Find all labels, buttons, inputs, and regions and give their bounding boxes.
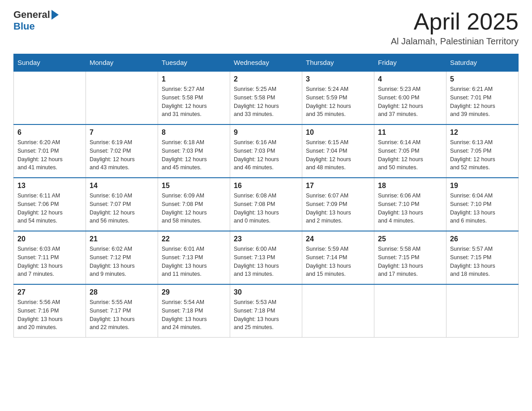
calendar-cell: 12Sunrise: 6:13 AM Sunset: 7:05 PM Dayli… <box>446 124 519 178</box>
day-info: Sunrise: 6:11 AM Sunset: 7:06 PM Dayligh… <box>17 192 82 225</box>
day-number: 7 <box>90 128 154 137</box>
day-info: Sunrise: 6:02 AM Sunset: 7:12 PM Dayligh… <box>90 245 154 278</box>
week-row-3: 13Sunrise: 6:11 AM Sunset: 7:06 PM Dayli… <box>14 178 519 231</box>
week-row-5: 27Sunrise: 5:56 AM Sunset: 7:16 PM Dayli… <box>14 284 519 338</box>
day-number: 6 <box>17 128 82 137</box>
day-number: 27 <box>17 288 82 296</box>
calendar-cell <box>86 71 158 124</box>
logo-arrow-icon <box>51 10 59 20</box>
calendar-cell: 26Sunrise: 5:57 AM Sunset: 7:15 PM Dayli… <box>446 231 519 284</box>
calendar-cell: 8Sunrise: 6:18 AM Sunset: 7:03 PM Daylig… <box>158 124 230 178</box>
day-number: 10 <box>306 128 370 137</box>
day-info: Sunrise: 5:25 AM Sunset: 5:58 PM Dayligh… <box>234 85 298 119</box>
day-number: 11 <box>378 128 442 137</box>
day-info: Sunrise: 6:07 AM Sunset: 7:09 PM Dayligh… <box>306 192 370 225</box>
calendar-cell: 11Sunrise: 6:14 AM Sunset: 7:05 PM Dayli… <box>374 124 446 178</box>
day-number: 24 <box>306 235 370 243</box>
day-number: 22 <box>162 235 226 243</box>
page-header: General Blue April 2025 Al Jalamah, Pale… <box>13 9 519 47</box>
weekday-header-friday: Friday <box>374 54 446 72</box>
day-info: Sunrise: 5:55 AM Sunset: 7:17 PM Dayligh… <box>90 298 154 332</box>
calendar-cell <box>14 71 86 124</box>
day-info: Sunrise: 6:13 AM Sunset: 7:05 PM Dayligh… <box>450 138 515 172</box>
calendar-cell: 23Sunrise: 6:00 AM Sunset: 7:13 PM Dayli… <box>230 231 302 284</box>
calendar-cell: 3Sunrise: 5:24 AM Sunset: 5:59 PM Daylig… <box>302 71 374 124</box>
day-info: Sunrise: 5:58 AM Sunset: 7:15 PM Dayligh… <box>378 245 442 278</box>
day-info: Sunrise: 6:06 AM Sunset: 7:10 PM Dayligh… <box>378 192 442 225</box>
day-info: Sunrise: 6:19 AM Sunset: 7:02 PM Dayligh… <box>90 138 154 172</box>
calendar-cell: 14Sunrise: 6:10 AM Sunset: 7:07 PM Dayli… <box>86 178 158 231</box>
calendar-cell: 24Sunrise: 5:59 AM Sunset: 7:14 PM Dayli… <box>302 231 374 284</box>
day-number: 18 <box>378 182 442 190</box>
day-number: 26 <box>450 235 515 243</box>
day-info: Sunrise: 6:18 AM Sunset: 7:03 PM Dayligh… <box>162 138 226 172</box>
day-info: Sunrise: 6:21 AM Sunset: 7:01 PM Dayligh… <box>450 85 515 119</box>
logo: General Blue <box>13 9 59 32</box>
day-number: 5 <box>450 75 515 83</box>
calendar-cell: 13Sunrise: 6:11 AM Sunset: 7:06 PM Dayli… <box>14 178 86 231</box>
calendar-cell: 4Sunrise: 5:23 AM Sunset: 6:00 PM Daylig… <box>374 71 446 124</box>
day-number: 15 <box>162 182 226 190</box>
day-number: 19 <box>450 182 515 190</box>
day-info: Sunrise: 6:10 AM Sunset: 7:07 PM Dayligh… <box>90 192 154 225</box>
day-number: 2 <box>234 75 298 83</box>
logo-blue: Blue <box>13 21 35 32</box>
day-number: 16 <box>234 182 298 190</box>
day-info: Sunrise: 5:27 AM Sunset: 5:58 PM Dayligh… <box>162 85 226 119</box>
calendar-cell: 2Sunrise: 5:25 AM Sunset: 5:58 PM Daylig… <box>230 71 302 124</box>
day-number: 30 <box>234 288 298 296</box>
day-number: 21 <box>90 235 154 243</box>
calendar-cell: 22Sunrise: 6:01 AM Sunset: 7:13 PM Dayli… <box>158 231 230 284</box>
day-info: Sunrise: 6:20 AM Sunset: 7:01 PM Dayligh… <box>17 138 82 172</box>
calendar-cell: 21Sunrise: 6:02 AM Sunset: 7:12 PM Dayli… <box>86 231 158 284</box>
calendar-cell <box>446 284 519 338</box>
calendar-cell: 1Sunrise: 5:27 AM Sunset: 5:58 PM Daylig… <box>158 71 230 124</box>
day-number: 8 <box>162 128 226 137</box>
calendar-table: SundayMondayTuesdayWednesdayThursdayFrid… <box>13 54 519 338</box>
calendar-cell: 29Sunrise: 5:54 AM Sunset: 7:18 PM Dayli… <box>158 284 230 338</box>
calendar-cell: 17Sunrise: 6:07 AM Sunset: 7:09 PM Dayli… <box>302 178 374 231</box>
day-info: Sunrise: 6:09 AM Sunset: 7:08 PM Dayligh… <box>162 192 226 225</box>
calendar-cell: 6Sunrise: 6:20 AM Sunset: 7:01 PM Daylig… <box>14 124 86 178</box>
weekday-header-sunday: Sunday <box>14 54 86 72</box>
day-info: Sunrise: 6:03 AM Sunset: 7:11 PM Dayligh… <box>17 245 82 278</box>
calendar-cell: 19Sunrise: 6:04 AM Sunset: 7:10 PM Dayli… <box>446 178 519 231</box>
title-area: April 2025 Al Jalamah, Palestinian Terri… <box>391 9 519 47</box>
calendar-cell: 28Sunrise: 5:55 AM Sunset: 7:17 PM Dayli… <box>86 284 158 338</box>
day-number: 13 <box>17 182 82 190</box>
weekday-header-saturday: Saturday <box>446 54 519 72</box>
weekday-header-monday: Monday <box>86 54 158 72</box>
day-number: 28 <box>90 288 154 296</box>
day-info: Sunrise: 6:08 AM Sunset: 7:08 PM Dayligh… <box>234 192 298 225</box>
day-info: Sunrise: 5:59 AM Sunset: 7:14 PM Dayligh… <box>306 245 370 278</box>
day-info: Sunrise: 6:14 AM Sunset: 7:05 PM Dayligh… <box>378 138 442 172</box>
day-info: Sunrise: 6:00 AM Sunset: 7:13 PM Dayligh… <box>234 245 298 278</box>
day-info: Sunrise: 6:16 AM Sunset: 7:03 PM Dayligh… <box>234 138 298 172</box>
week-row-1: 1Sunrise: 5:27 AM Sunset: 5:58 PM Daylig… <box>14 71 519 124</box>
day-number: 4 <box>378 75 442 83</box>
day-number: 25 <box>378 235 442 243</box>
calendar-cell: 30Sunrise: 5:53 AM Sunset: 7:18 PM Dayli… <box>230 284 302 338</box>
day-info: Sunrise: 5:56 AM Sunset: 7:16 PM Dayligh… <box>17 298 82 332</box>
location-title: Al Jalamah, Palestinian Territory <box>391 36 519 47</box>
weekday-header-wednesday: Wednesday <box>230 54 302 72</box>
month-title: April 2025 <box>391 9 519 34</box>
week-row-2: 6Sunrise: 6:20 AM Sunset: 7:01 PM Daylig… <box>14 124 519 178</box>
day-info: Sunrise: 5:53 AM Sunset: 7:18 PM Dayligh… <box>234 298 298 332</box>
day-number: 20 <box>17 235 82 243</box>
day-info: Sunrise: 5:23 AM Sunset: 6:00 PM Dayligh… <box>378 85 442 119</box>
calendar-cell: 20Sunrise: 6:03 AM Sunset: 7:11 PM Dayli… <box>14 231 86 284</box>
weekday-header-row: SundayMondayTuesdayWednesdayThursdayFrid… <box>14 54 519 72</box>
calendar-cell <box>374 284 446 338</box>
day-number: 12 <box>450 128 515 137</box>
calendar-cell: 18Sunrise: 6:06 AM Sunset: 7:10 PM Dayli… <box>374 178 446 231</box>
day-info: Sunrise: 5:57 AM Sunset: 7:15 PM Dayligh… <box>450 245 515 278</box>
calendar-cell: 25Sunrise: 5:58 AM Sunset: 7:15 PM Dayli… <box>374 231 446 284</box>
day-number: 17 <box>306 182 370 190</box>
day-number: 3 <box>306 75 370 83</box>
calendar-cell: 10Sunrise: 6:15 AM Sunset: 7:04 PM Dayli… <box>302 124 374 178</box>
weekday-header-tuesday: Tuesday <box>158 54 230 72</box>
day-number: 14 <box>90 182 154 190</box>
day-number: 23 <box>234 235 298 243</box>
day-number: 1 <box>162 75 226 83</box>
